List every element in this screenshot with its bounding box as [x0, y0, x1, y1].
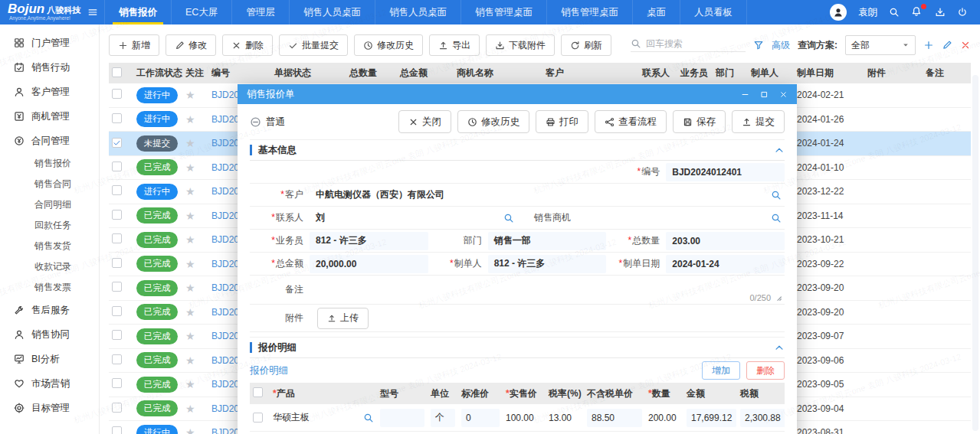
add-row-button[interactable]: 增加: [702, 361, 740, 380]
search-icon[interactable]: [889, 7, 900, 18]
star-icon[interactable]: ★: [185, 137, 195, 149]
create-date-field[interactable]: 2024-01-24: [666, 255, 785, 273]
query-plan-select[interactable]: 全部: [845, 35, 916, 55]
creator-field[interactable]: 812 - 许三多: [488, 255, 607, 273]
detail-select-all-checkbox[interactable]: [253, 387, 263, 397]
row-checkbox[interactable]: [112, 138, 122, 148]
filter-icon[interactable]: [753, 40, 764, 51]
detail-input-amount[interactable]: 17,699.12: [687, 409, 736, 427]
detail-input-untaxed_price[interactable]: 88.50: [587, 409, 642, 427]
nav-tab-7[interactable]: 销售管理桌面: [546, 0, 632, 24]
contact-field[interactable]: 刘: [310, 209, 500, 227]
row-checkbox[interactable]: [112, 330, 122, 340]
select-all-checkbox[interactable]: [112, 67, 122, 77]
sidebar-item-collaboration[interactable]: 销售协同: [0, 322, 99, 347]
刷新-button[interactable]: 刷新: [561, 34, 611, 56]
删除-button[interactable]: 删除: [222, 34, 273, 56]
number-field[interactable]: BJD2024012401: [666, 163, 785, 181]
star-icon[interactable]: ★: [185, 233, 195, 246]
sidebar-item-target[interactable]: 目标管理: [0, 396, 99, 420]
logout-icon[interactable]: [957, 7, 968, 18]
row-checkbox[interactable]: [112, 185, 122, 195]
collapse-icon[interactable]: [774, 145, 785, 155]
下载附件-button[interactable]: 下载附件: [486, 34, 555, 56]
批量提交-button[interactable]: 批量提交: [279, 34, 348, 56]
total-qty-field[interactable]: 203.00: [666, 232, 785, 250]
search-input[interactable]: [646, 38, 730, 49]
add-plan-icon[interactable]: [923, 40, 934, 51]
sidebar-subitem[interactable]: 销售发票: [0, 277, 99, 298]
保存-button[interactable]: 保存: [673, 110, 726, 133]
nav-tab-2[interactable]: EC大屏: [171, 0, 231, 24]
menu-toggle-button[interactable]: [81, 0, 104, 24]
sidebar-item-contract[interactable]: 合同管理: [0, 129, 99, 153]
sidebar-subitem[interactable]: 销售发货: [0, 236, 99, 256]
nav-tab-5[interactable]: 销售人员桌面: [375, 0, 461, 24]
修改历史-button[interactable]: 修改历史: [354, 34, 423, 56]
row-checkbox[interactable]: [112, 113, 122, 123]
row-checkbox[interactable]: [112, 258, 122, 268]
sidebar-item-customer[interactable]: 客户管理: [0, 80, 99, 104]
close-icon[interactable]: [779, 90, 788, 99]
sidebar-item-marketing[interactable]: 市场营销: [0, 371, 99, 396]
row-checkbox[interactable]: [112, 162, 122, 171]
sidebar-item-grid[interactable]: 门户管理: [0, 31, 99, 55]
打印-button[interactable]: 打印: [536, 110, 588, 133]
sidebar-item-action[interactable]: 销售行动: [0, 55, 99, 80]
delete-row-button[interactable]: 删除: [746, 361, 785, 380]
avatar[interactable]: [830, 4, 847, 21]
新增-button[interactable]: 新增: [109, 34, 159, 56]
detail-input-unit[interactable]: 个: [431, 409, 455, 427]
username[interactable]: 袁朗: [858, 6, 877, 19]
contact-search-icon[interactable]: [503, 213, 514, 224]
product-name[interactable]: 华硕主板: [273, 411, 363, 424]
salesman-field[interactable]: 812 - 许三多: [310, 232, 428, 250]
sidebar-subitem[interactable]: 销售合同: [0, 174, 99, 194]
advanced-search-link[interactable]: 高级: [772, 39, 790, 52]
sidebar-subitem[interactable]: 回款任务: [0, 215, 99, 236]
star-icon[interactable]: ★: [185, 306, 195, 318]
minimize-icon[interactable]: [741, 90, 749, 99]
star-icon[interactable]: ★: [185, 258, 195, 270]
star-icon[interactable]: ★: [185, 162, 195, 174]
row-checkbox[interactable]: [112, 210, 122, 220]
sidebar-item-bi[interactable]: BI分析: [0, 347, 99, 371]
star-icon[interactable]: ★: [185, 426, 195, 434]
star-icon[interactable]: ★: [185, 89, 195, 101]
row-checkbox[interactable]: [112, 233, 122, 243]
nav-tab-6[interactable]: 销售管理桌面: [461, 0, 546, 24]
导出-button[interactable]: 导出: [429, 34, 480, 56]
nav-tab-8[interactable]: 桌面: [632, 0, 680, 24]
提交-button[interactable]: 提交: [732, 110, 785, 133]
total-amount-field[interactable]: 20,000.00: [310, 255, 428, 273]
nav-tab-1[interactable]: 销售报价: [104, 0, 171, 24]
delete-plan-icon[interactable]: [960, 40, 971, 51]
sidebar-subitem[interactable]: 销售报价: [0, 153, 99, 174]
nav-tab-3[interactable]: 管理层: [231, 0, 289, 24]
sidebar-subitem[interactable]: 合同明细: [0, 194, 99, 215]
修改-button[interactable]: 修改: [166, 34, 216, 56]
opportunity-field[interactable]: [577, 209, 768, 227]
vertical-scrollbar[interactable]: [972, 75, 978, 431]
detail-row-checkbox[interactable]: [253, 413, 263, 423]
查看流程-button[interactable]: 查看流程: [595, 110, 667, 133]
sidebar-item-service[interactable]: 售后服务: [0, 298, 99, 322]
detail-link[interactable]: 报价明细: [250, 364, 288, 377]
star-icon[interactable]: ★: [185, 354, 195, 367]
resize-grip-icon[interactable]: [772, 292, 783, 302]
edit-plan-icon[interactable]: [942, 40, 952, 51]
upload-button[interactable]: 上传: [317, 308, 369, 329]
star-icon[interactable]: ★: [185, 185, 195, 197]
detail-input-model[interactable]: [380, 409, 424, 427]
star-icon[interactable]: ★: [185, 282, 195, 294]
opportunity-search-icon[interactable]: [771, 213, 782, 224]
row-checkbox[interactable]: [112, 89, 122, 99]
notifications-button[interactable]: [911, 6, 923, 18]
nav-tab-9[interactable]: 人员看板: [680, 0, 747, 24]
row-checkbox[interactable]: [112, 403, 122, 413]
nav-tab-4[interactable]: 销售人员桌面: [289, 0, 375, 24]
关闭-button[interactable]: 关闭: [398, 110, 451, 133]
star-icon[interactable]: ★: [185, 210, 195, 222]
修改历史-button[interactable]: 修改历史: [457, 110, 529, 133]
detail-input-tax[interactable]: 2,300.88: [740, 409, 785, 427]
